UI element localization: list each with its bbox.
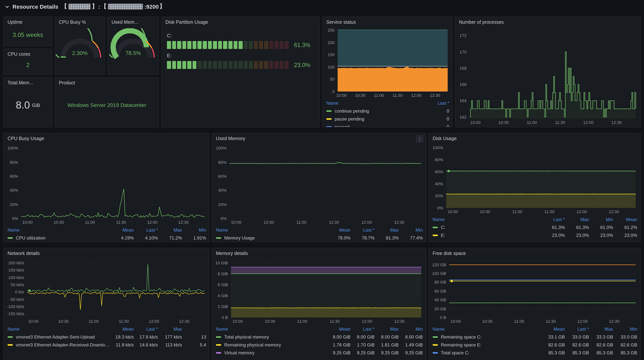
legend-row[interactable]: paused0 [326,123,449,127]
panel-title[interactable]: Used Mem... [108,17,159,26]
panel-title[interactable]: CPU cores [4,49,52,58]
legend-row[interactable]: continue pending0 [326,107,449,115]
legend-header-name[interactable]: Name [8,227,110,233]
legend-header-name[interactable]: Name [8,326,110,332]
disk-usage-chart[interactable]: 100%80%60%40%20%0%10:0010:3011:0011:3012… [430,143,638,215]
series-swatch[interactable] [326,126,332,127]
panel-title[interactable]: Free disk space [429,248,640,257]
panel-menu-icon[interactable]: ⋮ [416,135,424,143]
memory-details-chart[interactable]: 10 GiB8 GiB6 GiB4 GiB2 GiB0 B10:0010:301… [214,258,424,324]
series-swatch[interactable] [432,344,438,346]
series-swatch[interactable] [432,234,438,236]
legend-header-stat[interactable]: Max [158,326,182,332]
series-name[interactable]: Remaining space C: [441,334,482,340]
network-chart[interactable]: 200 kb/s150 kb/s100 kb/s50 kb/s0 b/s-50 … [5,258,207,324]
legend-row[interactable]: E:23.0%23.0%23.0%23.0% [432,231,637,239]
legend-header-stat[interactable]: Min [399,326,423,332]
panel-title[interactable]: Memory details [212,248,426,257]
panel-title[interactable]: CPU Busy % [55,17,105,26]
legend-row[interactable]: pause pending0 [326,115,449,123]
panel-title[interactable]: Number of processes [455,17,640,26]
series-name[interactable]: Total physical memory [224,334,269,340]
legend-header-stat[interactable]: Last * [134,227,158,233]
legend-header-name[interactable]: Name [216,227,326,233]
cpu-busy-chart[interactable]: 100%80%60%40%20%0%10:0010:3011:0011:3012… [5,143,207,225]
series-name[interactable]: continue pending [334,108,369,113]
series-swatch[interactable] [216,336,221,338]
series-name[interactable]: Memory Usage [224,235,255,240]
series-name[interactable]: C: [441,225,446,230]
series-swatch[interactable] [8,344,13,346]
service-status-chart[interactable]: 25020015010050010:0010:3011:0011:3012:00… [324,27,450,98]
legend-header-name[interactable]: Name [432,217,541,222]
legend-header-stat[interactable]: Min [589,217,613,222]
legend-header-stat[interactable]: Max [374,326,399,332]
panel-title[interactable]: Disk Usage [429,133,640,142]
legend-row[interactable]: Virtual memory9.25 GiB9.25 GiB9.25 GiB9.… [216,349,423,357]
legend-header-stat[interactable]: Max [374,227,399,233]
legend-header-stat[interactable]: Last * [134,326,158,332]
series-name[interactable]: E: [441,233,445,238]
legend-header-stat[interactable]: Max [565,217,589,222]
series-swatch[interactable] [216,237,221,239]
series-swatch[interactable] [8,336,13,338]
legend-row[interactable]: C:61.3%61.3%61.0%61.2% [432,223,637,231]
legend-header-stat[interactable]: Last * [541,217,565,222]
series-name[interactable]: Remaining physical memory [224,342,281,348]
panel-title[interactable]: Used Memory [212,133,426,142]
series-name[interactable]: Remaining space E: [441,342,482,348]
legend-header-stat[interactable]: Mean [110,227,134,233]
legend-header-stat[interactable]: Mean [110,326,134,332]
legend-row[interactable]: CPU utilization4.19%4.10%71.2%1.91% [8,234,206,242]
series-name[interactable]: vmxnet3 Ethernet Adapter-Sent-Upload [16,334,95,340]
legend-header-name[interactable]: Name [326,100,425,106]
series-name[interactable]: Total space C: [441,350,470,355]
legend-row[interactable]: Total physical memory8.00 GiB8.00 GiB8.0… [216,333,423,341]
legend-header-stat[interactable]: Last * [350,326,374,332]
series-name[interactable]: paused [334,124,350,127]
legend-header-stat[interactable]: Min [613,326,637,332]
series-swatch[interactable] [216,352,221,354]
series-swatch[interactable] [432,227,438,228]
dashboard-row-header[interactable]: Resource Details 【 】 : 【 :9200 】 [4,3,165,10]
legend-header-stat[interactable]: Mean [613,217,637,222]
panel-title[interactable]: Total Mem... [4,78,52,87]
legend-header-stat[interactable]: Mean [326,326,350,332]
series-swatch[interactable] [326,110,332,112]
used-memory-chart[interactable]: 100%80%60%40%20%0%10:0010:3011:0011:3012… [214,143,424,225]
legend-row[interactable]: Remaining space C:33.1 GB33.0 GB33.3 GB3… [432,333,637,341]
chevron-down-icon[interactable] [4,4,10,9]
legend-row[interactable]: Total space C:85.3 GB85.3 GB85.3 GB85.3 … [432,349,637,357]
series-swatch[interactable] [432,336,438,338]
series-swatch[interactable] [432,352,438,354]
legend-row[interactable]: vmxnet3 Ethernet Adapter-Received-Downlo… [8,341,206,349]
series-name[interactable]: vmxnet3 Ethernet Adapter-Received-Downlo… [16,342,110,348]
legend-header-stat[interactable]: Max [158,227,182,233]
series-name[interactable]: CPU utilization [16,235,46,240]
series-swatch[interactable] [326,118,332,120]
panel-title[interactable]: CPU Busy Usage [4,133,209,142]
legend-row[interactable]: Remaining physical memory1.76 GiB1.70 Gi… [216,341,423,349]
panel-title[interactable]: Uptime [4,17,52,26]
legend-row[interactable]: vmxnet3 Ethernet Adapter-Sent-Upload19.3… [8,333,206,341]
panel-title[interactable]: Service status [322,17,452,26]
series-swatch[interactable] [216,344,221,346]
panel-title[interactable]: Product [55,78,159,87]
legend-header-stat[interactable]: Mean [541,326,565,332]
panel-title[interactable]: Network details [4,248,209,257]
legend-header-stat[interactable]: Mean [326,227,350,233]
legend-row[interactable]: Memory Usage78.0%78.7%81.3%77.4% [216,234,423,242]
legend-header-name[interactable]: Name [216,326,326,332]
series-name[interactable]: pause pending [334,116,364,121]
legend-header-name[interactable]: Name [432,326,541,332]
legend-header-stat[interactable]: Last * [425,100,449,106]
processes-chart[interactable]: 17217016816616416210:0010:3011:0011:3012… [457,27,638,125]
series-name[interactable]: Virtual memory [224,350,254,355]
free-disk-chart[interactable]: 120 GB100 GB80 GB60 GB40 GB20 GB0 B10:00… [430,258,638,324]
legend-header-stat[interactable]: Min [182,227,206,233]
legend-header-stat[interactable]: Last * [350,227,374,233]
panel-title[interactable]: Disk Partition Usage [162,17,320,26]
series-swatch[interactable] [8,237,13,239]
legend-header-stat[interactable]: Max [589,326,613,332]
legend-header-stat[interactable]: Min [399,227,423,233]
